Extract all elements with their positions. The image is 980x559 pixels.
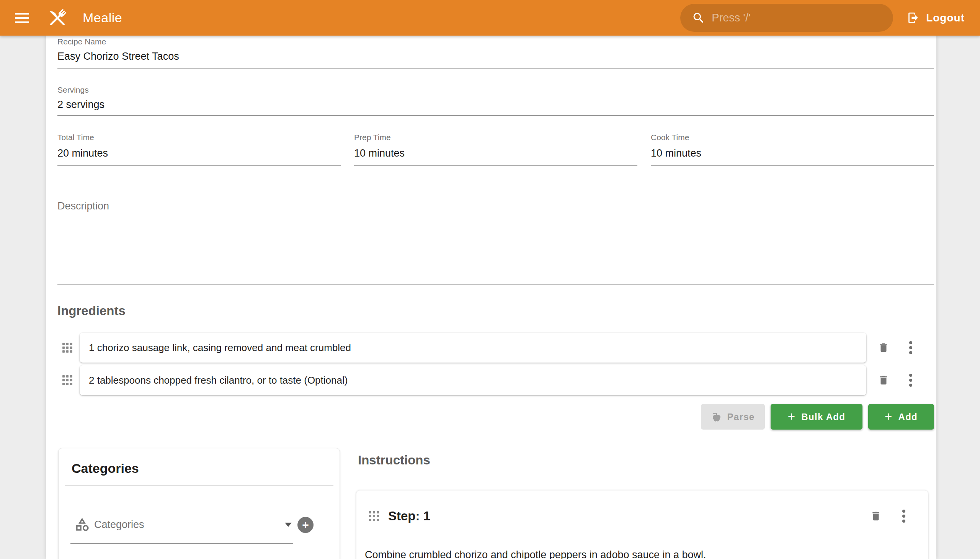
- apple-icon: [711, 412, 722, 422]
- add-category-button[interactable]: +: [297, 517, 314, 533]
- bulk-add-label: Bulk Add: [801, 412, 845, 422]
- field-underline: [651, 165, 934, 166]
- parse-button[interactable]: Parse: [701, 404, 765, 430]
- ingredient-input[interactable]: 2 tablespoons chopped fresh cilantro, or…: [79, 365, 866, 395]
- step-text-input[interactable]: Combine crumbled chorizo and chipotle pe…: [365, 547, 916, 559]
- ingredients-heading: Ingredients: [58, 304, 126, 318]
- categories-card: Categories Categories +: [58, 448, 340, 559]
- total-time-input[interactable]: [58, 147, 341, 159]
- add-label: Add: [899, 412, 918, 422]
- instructions-heading: Instructions: [358, 453, 430, 468]
- description-label: Description: [58, 200, 934, 212]
- ingredient-row: 2 tablespoons chopped fresh cilantro, or…: [58, 365, 934, 395]
- servings-input[interactable]: [58, 99, 934, 111]
- drag-handle-icon[interactable]: [63, 375, 72, 385]
- step-title: Step: 1: [388, 509, 430, 523]
- field-underline: [354, 165, 637, 166]
- total-time-label: Total Time: [58, 133, 341, 142]
- categories-title: Categories: [71, 461, 139, 476]
- ingredient-menu-button[interactable]: [903, 372, 918, 389]
- bulk-add-button[interactable]: + Bulk Add: [770, 404, 863, 430]
- cook-time-label: Cook Time: [651, 133, 934, 142]
- ingredient-text: 2 tablespoons chopped fresh cilantro, or…: [89, 374, 348, 386]
- drag-handle-icon[interactable]: [369, 511, 379, 521]
- cook-time-input[interactable]: [651, 147, 934, 159]
- prep-time-field: Prep Time: [354, 133, 637, 166]
- trash-icon: [878, 374, 889, 386]
- prep-time-label: Prep Time: [354, 133, 637, 142]
- logout-button[interactable]: Logout: [907, 12, 965, 24]
- search-icon: [692, 11, 706, 25]
- app-title: Mealie: [83, 10, 122, 25]
- plus-icon: +: [302, 518, 309, 531]
- logout-label: Logout: [926, 12, 965, 24]
- mealie-logo-icon: [46, 6, 69, 30]
- field-underline: [58, 165, 341, 166]
- kebab-icon: [902, 509, 906, 523]
- shapes-icon: [74, 516, 90, 532]
- recipe-name-field: Recipe Name: [58, 37, 934, 68]
- drag-handle-icon[interactable]: [63, 343, 72, 352]
- servings-label: Servings: [58, 85, 934, 94]
- search-input[interactable]: [712, 12, 884, 24]
- chevron-down-icon[interactable]: [285, 523, 292, 527]
- plus-icon: +: [885, 410, 893, 423]
- recipe-name-label: Recipe Name: [58, 37, 934, 46]
- field-underline: [58, 68, 934, 69]
- categories-select[interactable]: Categories: [94, 519, 144, 531]
- trash-icon: [878, 342, 889, 353]
- menu-icon[interactable]: [15, 13, 29, 23]
- cook-time-field: Cook Time: [651, 133, 934, 166]
- field-underline: [58, 115, 934, 116]
- servings-field: Servings: [58, 85, 934, 116]
- kebab-icon: [909, 341, 912, 354]
- ingredient-actions: Parse + Bulk Add + Add: [58, 404, 934, 430]
- instruction-step-card: Step: 1 Combine crumbled chorizo and chi…: [356, 490, 928, 559]
- delete-ingredient-button[interactable]: [875, 372, 892, 389]
- app-bar: Mealie Logout: [0, 0, 980, 36]
- divider: [65, 485, 334, 486]
- trash-icon: [870, 510, 882, 522]
- recipe-name-input[interactable]: [58, 51, 934, 63]
- recipe-editor-sheet: Recipe Name Servings Total Time Prep Tim…: [46, 36, 936, 559]
- prep-time-input[interactable]: [354, 147, 637, 159]
- plus-icon: +: [788, 410, 796, 423]
- step-menu-button[interactable]: [897, 508, 911, 524]
- ingredient-text: 1 chorizo sausage link, casing removed a…: [89, 342, 351, 354]
- delete-step-button[interactable]: [868, 508, 884, 524]
- search-box[interactable]: [680, 4, 893, 32]
- ingredient-menu-button[interactable]: [903, 339, 918, 356]
- parse-label: Parse: [727, 412, 755, 422]
- description-field[interactable]: Description: [58, 200, 934, 285]
- total-time-field: Total Time: [58, 133, 341, 166]
- delete-ingredient-button[interactable]: [875, 339, 892, 356]
- logout-icon: [907, 12, 919, 24]
- add-ingredient-button[interactable]: + Add: [868, 404, 934, 430]
- kebab-icon: [909, 374, 912, 387]
- field-underline: [70, 543, 293, 544]
- ingredient-row: 1 chorizo sausage link, casing removed a…: [58, 333, 934, 362]
- ingredient-input[interactable]: 1 chorizo sausage link, casing removed a…: [79, 333, 866, 362]
- field-underline: [58, 284, 934, 285]
